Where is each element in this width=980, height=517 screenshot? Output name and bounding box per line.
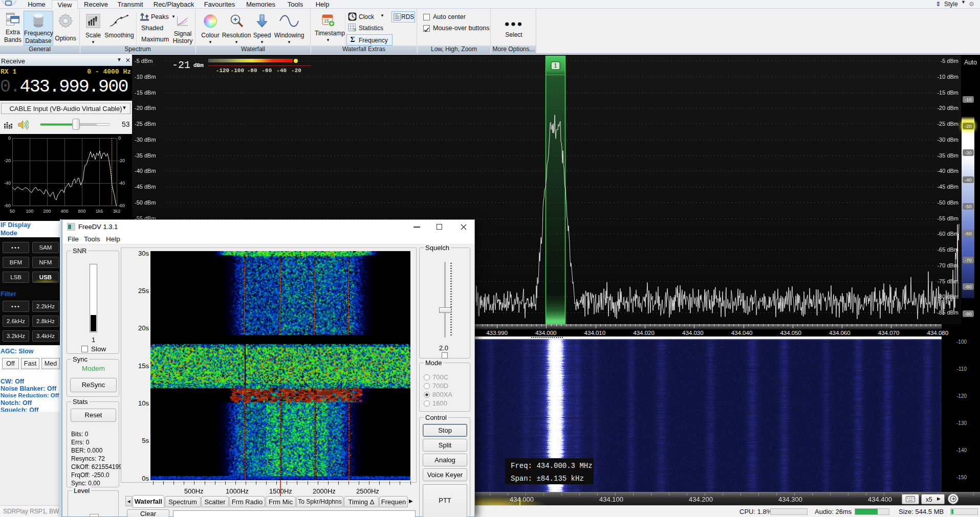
svg-text:15: 15	[324, 18, 329, 24]
svg-text:9: 9	[354, 27, 356, 32]
